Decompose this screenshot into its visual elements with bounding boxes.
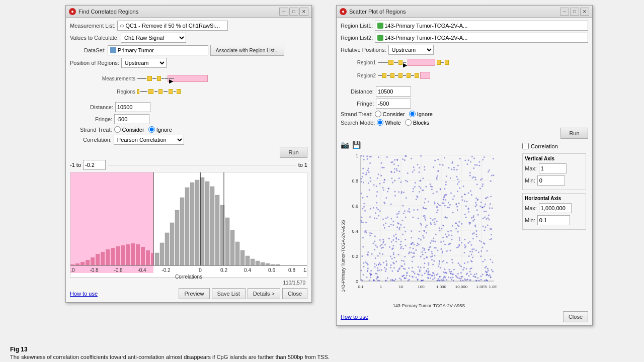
- svg-point-663: [369, 177, 371, 178]
- svg-point-793: [474, 274, 475, 275]
- svg-point-293: [422, 247, 424, 249]
- camera-icon[interactable]: 📷: [341, 141, 349, 149]
- svg-rect-35: [111, 248, 115, 265]
- values-calc-select[interactable]: Ch1 Raw Signal: [121, 33, 186, 43]
- right-close-btn[interactable]: ✕: [580, 8, 589, 16]
- svg-point-445: [470, 161, 471, 163]
- position-select[interactable]: Upstream: [121, 58, 167, 68]
- right-fringe-input[interactable]: [376, 99, 411, 109]
- horiz-min-input[interactable]: [537, 215, 570, 225]
- svg-point-236: [420, 256, 422, 257]
- svg-point-129: [434, 223, 436, 225]
- svg-point-709: [391, 270, 393, 272]
- left-minimize-btn[interactable]: ─: [279, 8, 288, 16]
- strand-consider-radio[interactable]: [114, 126, 121, 133]
- svg-point-794: [457, 246, 459, 248]
- vert-min-input[interactable]: [537, 175, 565, 186]
- svg-point-178: [492, 261, 494, 263]
- svg-point-182: [431, 189, 433, 190]
- svg-point-748: [362, 167, 364, 169]
- distance-input[interactable]: [115, 102, 150, 112]
- right-minimize-btn[interactable]: ─: [560, 8, 569, 16]
- left-panel-close-btn[interactable]: Close: [282, 288, 307, 299]
- svg-point-587: [411, 252, 412, 253]
- svg-point-620: [446, 279, 447, 281]
- svg-point-338: [445, 234, 446, 235]
- svg-text:-0.8: -0.8: [90, 267, 99, 273]
- svg-point-112: [386, 263, 387, 265]
- fringe-input[interactable]: [114, 114, 149, 124]
- associate-btn[interactable]: Associate with Region List...: [210, 45, 284, 56]
- svg-point-761: [459, 239, 460, 241]
- svg-point-169: [458, 278, 460, 279]
- horiz-max-input[interactable]: [539, 203, 572, 213]
- svg-point-680: [412, 276, 413, 277]
- svg-point-868: [404, 268, 406, 270]
- rel-pos-select[interactable]: Upstream: [388, 45, 434, 55]
- svg-text:-0.2: -0.2: [162, 267, 171, 273]
- svg-point-543: [448, 207, 450, 208]
- svg-rect-3: [160, 243, 164, 265]
- svg-point-299: [374, 235, 376, 237]
- how-to-use-link[interactable]: How to use: [70, 291, 98, 297]
- svg-point-641: [378, 263, 379, 265]
- svg-point-808: [418, 274, 420, 276]
- svg-point-459: [363, 266, 364, 267]
- svg-point-515: [432, 272, 434, 274]
- svg-point-92: [481, 186, 483, 187]
- correlation-checkbox[interactable]: [522, 143, 529, 149]
- svg-point-608: [478, 251, 479, 253]
- svg-point-769: [474, 164, 476, 166]
- strand-ignore-item: Ignore: [148, 126, 172, 133]
- svg-point-727: [441, 279, 442, 281]
- left-maximize-btn[interactable]: □: [289, 8, 298, 16]
- strand-ignore-radio[interactable]: [148, 126, 155, 133]
- right-ignore-radio[interactable]: [409, 111, 416, 117]
- svg-point-867: [481, 178, 483, 179]
- svg-point-242: [475, 206, 476, 207]
- range-left-input[interactable]: [83, 160, 106, 170]
- search-blocks-radio[interactable]: [405, 119, 412, 126]
- save-list-btn[interactable]: Save List: [212, 288, 246, 299]
- run-btn[interactable]: Run: [280, 147, 307, 158]
- left-panel-body: Measurement List: ⚙ QC1 - Remove if 50 %…: [66, 18, 311, 302]
- vert-max-input[interactable]: [539, 163, 567, 173]
- right-distance-input[interactable]: [376, 86, 411, 97]
- histogram-x-label: Correlations: [70, 274, 307, 280]
- preview-btn[interactable]: Preview: [179, 288, 209, 299]
- right-run-btn[interactable]: Run: [560, 128, 588, 139]
- svg-point-520: [464, 214, 466, 215]
- svg-rect-12: [205, 182, 209, 265]
- svg-point-812: [428, 249, 430, 250]
- save-icon[interactable]: 💾: [352, 141, 361, 149]
- right-close-btn[interactable]: Close: [563, 311, 588, 322]
- svg-point-305: [405, 245, 407, 246]
- svg-point-535: [404, 210, 406, 212]
- right-consider-radio[interactable]: [375, 111, 381, 117]
- left-close-btn[interactable]: ✕: [299, 8, 308, 16]
- svg-point-516: [442, 252, 443, 253]
- right-how-to-use-link[interactable]: How to use: [341, 314, 368, 320]
- search-whole-radio[interactable]: [377, 119, 383, 126]
- region-list1-field[interactable]: 143-Primary Tumor-TCGA-2V-A...: [375, 21, 588, 31]
- svg-point-688: [470, 274, 471, 275]
- svg-point-786: [401, 246, 403, 247]
- details-btn[interactable]: Details >: [248, 288, 280, 299]
- svg-point-613: [424, 215, 426, 217]
- measurement-list-field[interactable]: ⚙ QC1 - Remove if 50 % of Ch1RawSignal..: [117, 21, 228, 31]
- svg-point-460: [451, 239, 452, 240]
- svg-point-296: [452, 199, 454, 200]
- dataset-field[interactable]: Primary Tumor: [108, 45, 208, 55]
- svg-text:10,000: 10,000: [455, 285, 468, 289]
- right-maximize-btn[interactable]: □: [570, 8, 579, 16]
- svg-point-874: [390, 279, 391, 281]
- right-strand-row: Strand Treat: Consider Ignore: [341, 111, 588, 117]
- search-blocks-label: Blocks: [413, 120, 429, 126]
- svg-point-369: [451, 259, 453, 260]
- correlation-select[interactable]: Pearson Correlation: [114, 135, 184, 145]
- region-list2-field[interactable]: 143-Primary Tumor-TCGA-2V-A...: [375, 33, 588, 43]
- svg-point-501: [446, 236, 448, 238]
- svg-point-190: [398, 177, 400, 179]
- svg-text:0.2: 0.2: [220, 267, 227, 273]
- svg-point-875: [478, 161, 480, 163]
